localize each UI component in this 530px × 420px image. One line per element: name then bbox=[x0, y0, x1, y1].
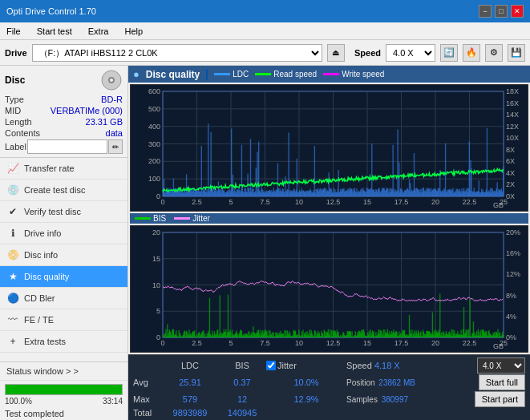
contents-key: Contents bbox=[5, 128, 40, 138]
disc-info-icon: 📀 bbox=[6, 248, 19, 261]
progress-area: 100.0% 33:14 bbox=[0, 381, 127, 407]
cd-bler-icon: 🔵 bbox=[6, 292, 19, 305]
legend-ldc-label: LDC bbox=[233, 70, 249, 79]
sidebar-item-fe-te[interactable]: 〰 FE / TE bbox=[0, 309, 127, 331]
speed-stat-label: Speed 4.18 X bbox=[346, 361, 403, 370]
start-part-button[interactable]: Start part bbox=[475, 391, 525, 407]
sidebar-item-verify-test-disc[interactable]: ✔ Verify test disc bbox=[0, 201, 127, 223]
max-jitter: 12.9% bbox=[266, 394, 346, 404]
nav-label-fe-te: FE / TE bbox=[24, 315, 54, 325]
nav-label-extra-tests: Extra tests bbox=[24, 337, 66, 346]
jitter-col-header: Jitter bbox=[277, 361, 297, 370]
disc-type-row: Type BD-R bbox=[5, 95, 123, 104]
legend-read-speed: Read speed bbox=[255, 70, 317, 79]
speed-select-stats[interactable]: 4.0 X bbox=[477, 357, 525, 374]
nav-label-create-test-disc: Create test disc bbox=[24, 185, 85, 195]
jitter-checkbox[interactable] bbox=[266, 361, 276, 370]
label-input[interactable] bbox=[27, 139, 107, 154]
max-label: Max bbox=[133, 394, 162, 404]
sidebar-item-extra-tests[interactable]: + Extra tests bbox=[0, 331, 127, 353]
disc-label-row: Label ✏ bbox=[5, 139, 123, 154]
nav-label-verify-test-disc: Verify test disc bbox=[24, 207, 81, 216]
save-button[interactable]: 💾 bbox=[508, 44, 525, 62]
status-window-label: Status window > > bbox=[6, 366, 79, 376]
bottom-chart bbox=[130, 225, 528, 353]
refresh-button[interactable]: 🔄 bbox=[440, 44, 458, 62]
speed-select[interactable]: 4.0 X 8.0 X 12.0 X bbox=[386, 44, 435, 62]
disc-quality-icon: ★ bbox=[6, 270, 19, 283]
extra-tests-icon: + bbox=[6, 335, 19, 348]
position-label: Position bbox=[346, 378, 375, 387]
type-key: Type bbox=[5, 95, 24, 104]
titlebar: Opti Drive Control 1.70 − □ ✕ bbox=[0, 0, 530, 22]
legend-bis-label: BIS bbox=[153, 214, 166, 223]
disc-contents-row: Contents data bbox=[5, 128, 123, 138]
sidebar-item-disc-info[interactable]: 📀 Disc info bbox=[0, 244, 127, 266]
label-edit-button[interactable]: ✏ bbox=[108, 139, 123, 154]
stats-bar: LDC BIS Jitter Speed 4.18 X 4.0 X bbox=[128, 354, 530, 420]
top-chart-canvas bbox=[131, 85, 528, 211]
nav-list: 📈 Transfer rate 💿 Create test disc ✔ Ver… bbox=[0, 158, 127, 353]
titlebar-title: Opti Drive Control 1.70 bbox=[6, 6, 96, 16]
chart-title: Disc quality bbox=[146, 69, 200, 80]
titlebar-controls: − □ ✕ bbox=[479, 5, 524, 18]
length-val: 23.31 GB bbox=[86, 117, 123, 127]
disc-label: Disc bbox=[5, 75, 25, 86]
sidebar-item-disc-quality[interactable]: ★ Disc quality bbox=[0, 266, 127, 288]
contents-val: data bbox=[106, 128, 123, 138]
fe-te-icon: 〰 bbox=[6, 313, 19, 326]
progress-bar bbox=[5, 384, 123, 395]
sidebar-bottom: Status window > > 100.0% 33:14 Test comp… bbox=[0, 361, 127, 420]
main-layout: Disc Type BD-R MID VERBATIMe (000) Lengt… bbox=[0, 66, 530, 420]
sidebar-item-cd-bler[interactable]: 🔵 CD Bler bbox=[0, 288, 127, 309]
menu-start-test[interactable]: Start test bbox=[34, 25, 75, 38]
ldc-col-header: LDC bbox=[162, 361, 218, 370]
disc-mid-row: MID VERBATIMe (000) bbox=[5, 106, 123, 115]
status-text: Test completed bbox=[0, 407, 127, 420]
verify-test-disc-icon: ✔ bbox=[6, 205, 19, 218]
create-test-disc-icon: 💿 bbox=[6, 184, 19, 196]
settings-button[interactable]: ⚙ bbox=[485, 44, 503, 62]
bis-col-header: BIS bbox=[218, 361, 266, 370]
progress-text: 100.0% bbox=[5, 397, 32, 406]
eject-button[interactable]: ⏏ bbox=[327, 44, 345, 62]
drive-label: Drive bbox=[5, 48, 27, 58]
sidebar-item-create-test-disc[interactable]: 💿 Create test disc bbox=[0, 180, 127, 201]
sidebar-item-drive-info[interactable]: ℹ Drive info bbox=[0, 223, 127, 244]
legend-bis: BIS bbox=[135, 214, 166, 223]
position-val: 23862 MB bbox=[378, 378, 415, 387]
type-val: BD-R bbox=[101, 95, 123, 104]
avg-bis: 0.37 bbox=[218, 378, 266, 387]
maximize-button[interactable]: □ bbox=[495, 5, 508, 18]
charts-container: BIS Jitter bbox=[128, 83, 530, 354]
minimize-button[interactable]: − bbox=[479, 5, 492, 18]
total-bis: 140945 bbox=[218, 408, 266, 418]
total-ldc: 9893989 bbox=[162, 408, 218, 418]
svg-point-2 bbox=[110, 79, 113, 82]
menu-extra[interactable]: Extra bbox=[85, 25, 112, 38]
burn-button[interactable]: 🔥 bbox=[463, 44, 480, 62]
bottom-chart-canvas bbox=[131, 226, 528, 352]
drive-select[interactable]: （F:）ATAPI iHBS112 2 CL0K bbox=[32, 44, 322, 62]
sidebar: Disc Type BD-R MID VERBATIMe (000) Lengt… bbox=[0, 66, 128, 420]
mid-key: MID bbox=[5, 106, 21, 115]
main-content-area: ● Disc quality LDC Read speed Write spee… bbox=[128, 66, 530, 420]
speed-label: Speed bbox=[354, 48, 381, 58]
avg-jitter: 10.0% bbox=[266, 378, 346, 387]
max-bis: 12 bbox=[218, 394, 266, 404]
status-window-button[interactable]: Status window > > bbox=[0, 362, 127, 381]
sidebar-item-transfer-rate[interactable]: 📈 Transfer rate bbox=[0, 158, 127, 180]
top-chart bbox=[130, 84, 528, 212]
start-full-button[interactable]: Start full bbox=[479, 374, 525, 390]
nav-label-disc-info: Disc info bbox=[24, 250, 58, 260]
time-text: 33:14 bbox=[103, 397, 123, 406]
close-button[interactable]: ✕ bbox=[511, 5, 524, 18]
jitter-checkbox-row: Jitter bbox=[266, 361, 346, 370]
avg-label: Avg bbox=[133, 378, 162, 387]
menu-file[interactable]: File bbox=[3, 25, 24, 38]
menu-help[interactable]: Help bbox=[121, 25, 146, 38]
max-ldc: 579 bbox=[162, 394, 218, 404]
disc-icon bbox=[100, 69, 123, 91]
label-key: Label bbox=[5, 142, 26, 151]
legend-jitter-label: Jitter bbox=[192, 214, 210, 223]
